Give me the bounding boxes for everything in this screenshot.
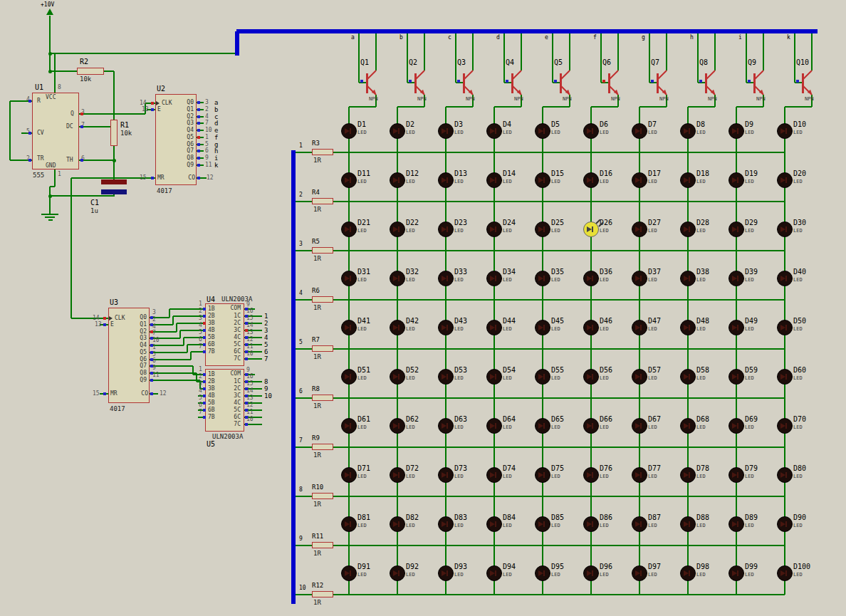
wire[interactable] — [296, 545, 785, 546]
wire[interactable] — [187, 345, 188, 353]
bus-net-letter: f — [593, 35, 597, 41]
wire[interactable] — [296, 496, 785, 497]
wire[interactable] — [600, 33, 602, 83]
wire[interactable] — [552, 33, 553, 83]
wire[interactable] — [113, 146, 115, 179]
wire[interactable] — [296, 397, 785, 399]
wire[interactable] — [591, 106, 618, 108]
r2-resistor-body[interactable] — [77, 68, 104, 75]
wire[interactable] — [639, 106, 667, 108]
wire[interactable] — [569, 33, 570, 71]
wire[interactable] — [407, 33, 408, 83]
wire[interactable] — [763, 33, 764, 71]
led-sublabel: LED — [503, 130, 512, 135]
u2-output-name: Q0 — [179, 100, 194, 105]
wire[interactable] — [446, 106, 473, 108]
wire[interactable] — [543, 106, 570, 108]
wire[interactable] — [666, 33, 667, 71]
wire[interactable] — [424, 33, 425, 71]
transistor-base-state — [506, 80, 508, 83]
row-resistor[interactable] — [312, 296, 333, 303]
row-resistor[interactable] — [312, 542, 333, 548]
row-resistor[interactable] — [312, 493, 333, 499]
r1-resistor-body[interactable] — [110, 120, 118, 146]
wire[interactable] — [397, 106, 424, 108]
led-sublabel: LED — [648, 179, 657, 184]
row-resistor[interactable] — [312, 247, 333, 254]
u2-pin-state — [197, 143, 200, 146]
wire[interactable] — [9, 101, 11, 160]
wire[interactable] — [617, 33, 619, 71]
wire[interactable] — [697, 33, 699, 83]
wire[interactable] — [794, 33, 795, 83]
wire[interactable] — [785, 106, 812, 108]
wire[interactable] — [494, 106, 521, 108]
wire[interactable] — [176, 323, 177, 332]
wire[interactable] — [472, 33, 474, 71]
wire[interactable] — [296, 201, 785, 202]
wire[interactable] — [811, 33, 813, 71]
transistor-collector — [754, 70, 763, 79]
u3-ref: U3 — [110, 299, 118, 306]
wire[interactable] — [104, 71, 114, 72]
row-resistor[interactable] — [312, 149, 333, 155]
u4-pin-state — [245, 315, 248, 318]
c1-top-plate[interactable] — [101, 179, 127, 184]
wire[interactable] — [296, 299, 785, 301]
wire[interactable] — [49, 16, 51, 71]
wire[interactable] — [179, 330, 181, 338]
wire[interactable] — [183, 338, 184, 345]
wire[interactable] — [172, 316, 174, 325]
wire[interactable] — [714, 33, 716, 71]
led-sublabel: LED — [600, 523, 609, 528]
row-resistor[interactable] — [312, 345, 333, 352]
wire[interactable] — [150, 380, 200, 381]
led-sublabel: LED — [745, 425, 754, 430]
top-bus[interactable] — [236, 29, 818, 33]
wire[interactable] — [113, 71, 115, 120]
u2-pin-state — [197, 122, 200, 125]
led-ref: D86 — [600, 514, 612, 521]
schematic-canvas: +10V U1 555 R CV TR Q DC TH VCC GND 4 5 … — [0, 0, 846, 616]
wire[interactable] — [375, 33, 377, 71]
wire[interactable] — [50, 53, 236, 54]
wire[interactable] — [50, 195, 114, 197]
row-feed-bus[interactable] — [291, 150, 296, 604]
led-diode-icon — [780, 472, 785, 478]
led-diode-icon — [490, 128, 495, 134]
u4-output-net: 5 — [264, 342, 268, 348]
wire[interactable] — [296, 152, 785, 153]
wire[interactable] — [50, 186, 55, 187]
wire[interactable] — [296, 594, 785, 595]
row-resistor[interactable] — [312, 395, 333, 401]
wire[interactable] — [190, 352, 192, 360]
wire[interactable] — [79, 113, 145, 115]
led-diode-bar-icon — [592, 177, 593, 183]
wire[interactable] — [150, 365, 193, 367]
wire[interactable] — [455, 33, 456, 83]
wire[interactable] — [296, 250, 785, 251]
top-bus-bend[interactable] — [235, 31, 239, 56]
wire[interactable] — [49, 187, 51, 214]
wire[interactable] — [70, 178, 72, 318]
u3-output-name: Q3 — [132, 335, 147, 341]
wire[interactable] — [746, 33, 747, 83]
row-resistor[interactable] — [312, 444, 333, 450]
led-sublabel: LED — [600, 474, 609, 479]
wire[interactable] — [649, 33, 650, 83]
wire[interactable] — [54, 53, 56, 93]
wire[interactable] — [296, 447, 785, 448]
wire[interactable] — [296, 348, 785, 350]
wire[interactable] — [521, 33, 522, 71]
wire[interactable] — [688, 106, 715, 108]
row-resistor[interactable] — [312, 591, 333, 597]
row-resistor[interactable] — [312, 198, 333, 204]
wire[interactable] — [169, 309, 170, 318]
led-ref: D1 — [357, 121, 366, 128]
c1-bottom-plate[interactable] — [101, 189, 127, 194]
wire[interactable] — [349, 106, 376, 108]
wire[interactable] — [54, 169, 56, 187]
wire[interactable] — [358, 33, 360, 83]
wire[interactable] — [503, 33, 505, 83]
wire[interactable] — [736, 106, 763, 108]
